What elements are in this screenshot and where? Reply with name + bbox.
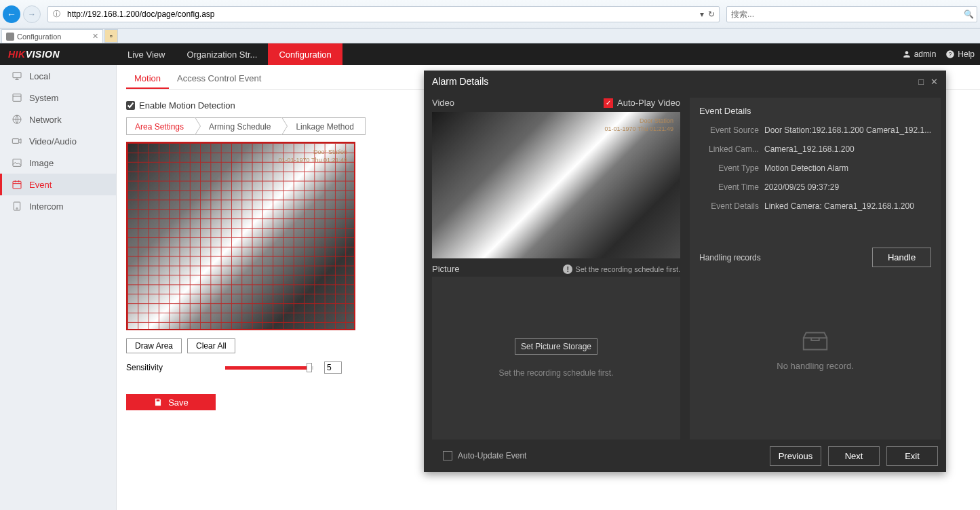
event-detail-row: Event SourceDoor Station:192.168.1.200 C… — [699, 125, 931, 135]
warning-icon: ! — [563, 264, 572, 274]
url-input[interactable] — [64, 9, 696, 19]
modal-media-panel: Video ✓ Auto-Play Video Door Station 01-… — [432, 98, 680, 439]
svg-rect-6 — [13, 159, 21, 167]
osd-overlay: Door Station 01-01-1970 Thu 01:21:49 — [605, 117, 673, 133]
search-icon[interactable]: 🔍 — [960, 9, 977, 19]
modal-title: Alarm Details — [432, 76, 488, 87]
event-detail-row: Event TypeMotion Detection Alarm — [699, 163, 931, 173]
slider-handle[interactable] — [307, 363, 312, 372]
nav-forward-button[interactable]: → — [23, 5, 41, 23]
alarm-details-modal: Alarm Details □ ✕ Video ✓ Auto-Play Vide… — [424, 71, 946, 472]
event-detail-row: Event Time2020/09/25 09:37:29 — [699, 182, 931, 192]
step-linkage-method[interactable]: Linkage Method — [281, 117, 365, 135]
new-tab-button[interactable]: ▫ — [104, 29, 118, 43]
user-menu[interactable]: admin — [902, 50, 937, 59]
sidebar-item-image[interactable]: Image — [0, 152, 116, 174]
svg-point-9 — [16, 208, 18, 209]
app-header: HIKVISION Live View Organization Str... … — [0, 43, 980, 65]
detail-label: Event Source — [699, 125, 759, 135]
osd-overlay: Door Station 01-01-1970 Thu 01:21:49 — [279, 149, 347, 164]
browser-tab[interactable]: Configuration ✕ — [1, 29, 103, 43]
svg-rect-3 — [13, 94, 21, 102]
nav-organization[interactable]: Organization Str... — [176, 43, 268, 65]
header-right: admin ? Help — [902, 50, 980, 59]
alarm-video-preview[interactable]: Door Station 01-01-1970 Thu 01:21:49 — [432, 112, 680, 258]
site-identity-icon: ⓘ — [51, 9, 62, 20]
sidebar-item-event[interactable]: Event — [0, 174, 116, 195]
camera-icon — [12, 136, 22, 146]
favicon — [6, 33, 14, 41]
auto-update-checkbox[interactable]: Auto-Update Event — [443, 451, 526, 460]
schedule-warning: ! Set the recording schedule first. — [563, 264, 680, 274]
intercom-icon — [12, 201, 22, 212]
globe-icon — [12, 114, 22, 125]
next-button[interactable]: Next — [828, 446, 880, 466]
sidebar-item-intercom[interactable]: Intercom — [0, 195, 116, 217]
previous-button[interactable]: Previous — [770, 446, 821, 466]
detail-label: Linked Cam... — [699, 144, 759, 154]
save-button[interactable]: Save — [126, 394, 216, 410]
sidebar-item-system[interactable]: System — [0, 87, 116, 109]
help-icon: ? — [945, 50, 955, 59]
tab-access-control-event[interactable]: Access Control Event — [169, 69, 269, 89]
event-details-panel: Event Details Event SourceDoor Station:1… — [690, 98, 941, 439]
handle-button[interactable]: Handle — [872, 248, 931, 267]
top-nav: Live View Organization Str... Configurat… — [117, 43, 342, 65]
close-icon[interactable]: ✕ — [930, 77, 938, 87]
save-icon — [153, 397, 163, 407]
svg-rect-2 — [13, 73, 21, 78]
nav-back-button[interactable]: ← — [3, 5, 20, 23]
modal-footer: Auto-Update Event Previous Next Exit — [424, 439, 946, 472]
handling-records-label: Handling records — [699, 253, 761, 262]
picture-label: Picture — [432, 264, 459, 274]
sidebar-item-video-audio[interactable]: Video/Audio — [0, 130, 116, 152]
detection-grid — [128, 143, 354, 329]
detail-label: Event Details — [699, 201, 759, 211]
picture-message: Set the recording schedule first. — [499, 368, 614, 378]
modal-header[interactable]: Alarm Details □ ✕ — [424, 71, 946, 92]
dropdown-icon[interactable]: ▾ — [700, 9, 704, 19]
logo: HIKVISION — [0, 49, 117, 60]
detail-value: Camera1_192.168.1.200 — [764, 144, 931, 154]
detail-value: Door Station:192.168.1.200 Camera1_192.1… — [764, 125, 931, 135]
detail-label: Event Type — [699, 163, 759, 173]
motion-area-preview[interactable]: Door Station 01-01-1970 Thu 01:21:49 — [126, 142, 355, 330]
svg-rect-7 — [13, 181, 21, 189]
user-icon — [902, 50, 912, 59]
nav-live-view[interactable]: Live View — [117, 43, 176, 65]
set-picture-storage-button[interactable]: Set Picture Storage — [515, 338, 597, 355]
empty-box-icon — [800, 328, 831, 353]
url-bar[interactable]: ⓘ ▾ ↻ — [47, 6, 720, 22]
no-handling-record: No handling record. — [699, 267, 931, 431]
draw-area-button[interactable]: Draw Area — [126, 338, 182, 353]
browser-search[interactable]: 🔍 — [726, 6, 977, 22]
svg-rect-5 — [12, 139, 18, 144]
sidebar: Local System Network Video/Audio Image E… — [0, 65, 117, 510]
sensitivity-label: Sensitivity — [126, 363, 163, 372]
sidebar-item-network[interactable]: Network — [0, 109, 116, 130]
sidebar-item-local[interactable]: Local — [0, 65, 116, 87]
system-icon — [12, 92, 22, 103]
maximize-icon[interactable]: □ — [918, 77, 924, 87]
autoplay-checkbox[interactable]: ✓ Auto-Play Video — [604, 98, 680, 108]
search-input[interactable] — [727, 9, 960, 19]
tab-close-icon[interactable]: ✕ — [92, 32, 98, 41]
clear-all-button[interactable]: Clear All — [187, 338, 235, 353]
tab-motion[interactable]: Motion — [126, 69, 169, 89]
checkbox-checked-icon: ✓ — [604, 98, 613, 108]
checkbox-unchecked-icon — [443, 451, 452, 460]
detail-value: Linked Camera: Camera1_192.168.1.200 — [764, 201, 931, 211]
exit-button[interactable]: Exit — [886, 446, 938, 466]
image-icon — [12, 157, 22, 168]
browser-tab-strip: Configuration ✕ ▫ — [0, 28, 980, 43]
nav-configuration[interactable]: Configuration — [268, 43, 342, 65]
detail-label: Event Time — [699, 182, 759, 192]
step-area-settings[interactable]: Area Settings — [126, 117, 195, 135]
enable-motion-input[interactable] — [126, 101, 135, 110]
step-arming-schedule[interactable]: Arming Schedule — [195, 117, 282, 135]
sensitivity-value-input[interactable] — [324, 361, 342, 374]
picture-panel: Set Picture Storage Set the recording sc… — [432, 277, 680, 439]
sensitivity-slider[interactable] — [225, 366, 313, 370]
help-link[interactable]: ? Help — [945, 50, 975, 59]
reload-icon[interactable]: ↻ — [708, 9, 715, 19]
